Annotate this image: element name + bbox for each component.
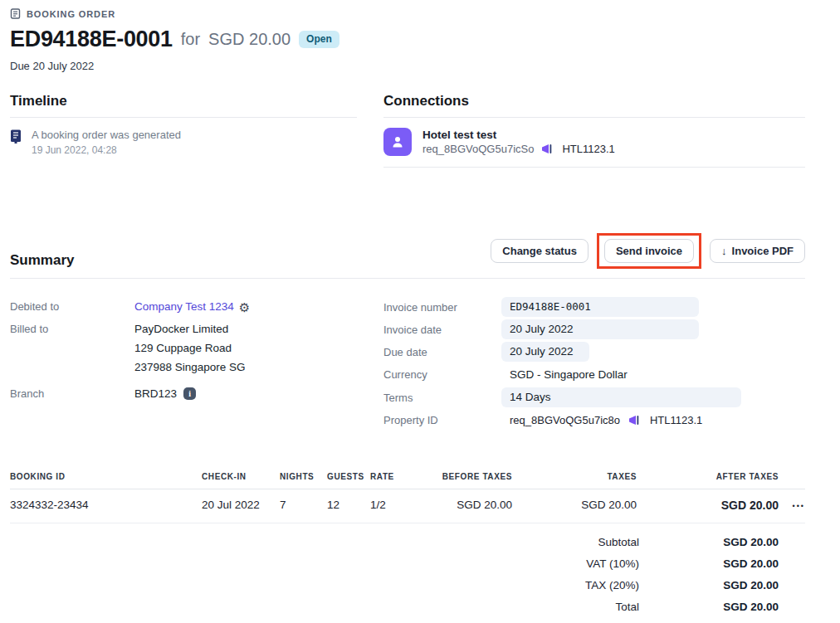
billed-to-label: Billed to	[10, 319, 134, 335]
send-invoice-button[interactable]: Send invoice	[604, 239, 694, 263]
due-date-field[interactable]: 20 July 2022	[501, 342, 589, 362]
total-row-vat: VAT (10%) SGD 20.00	[10, 552, 805, 574]
megaphone-icon[interactable]	[541, 144, 554, 154]
table-header-row: BOOKING ID CHECK-IN NIGHTS GUESTS RATE B…	[10, 472, 805, 489]
page-title: ED94188E-0001	[10, 27, 173, 52]
connections-heading: Connections	[383, 93, 805, 118]
total-row-total: Total SGD 20.00	[10, 596, 805, 617]
billed-line: PayDocker Limited	[134, 319, 246, 338]
invoice-number-field[interactable]: ED94188E-0001	[501, 297, 699, 317]
totals-block: Subtotal SGD 20.00 VAT (10%) SGD 20.00 T…	[10, 531, 805, 623]
download-arrow-icon: ↓	[721, 245, 727, 257]
info-icon[interactable]: i	[183, 387, 196, 400]
col-rate: RATE	[370, 472, 422, 489]
row-menu-button[interactable]: •••	[779, 489, 805, 523]
page: BOOKING ORDER ED94188E-0001 for SGD 20.0…	[10, 0, 805, 623]
cell-nights: 7	[280, 489, 327, 523]
cell-rate: 1/2	[370, 489, 422, 523]
total-label: Subtotal	[598, 536, 639, 548]
currency-label: Currency	[383, 368, 501, 381]
connections-section: Connections Hotel test test req_8BGVoQG5…	[383, 93, 805, 233]
megaphone-icon[interactable]	[628, 415, 642, 426]
summary-section: Summary Change status Send invoice ↓ Inv…	[10, 233, 805, 432]
line-items-table: BOOKING ID CHECK-IN NIGHTS GUESTS RATE B…	[10, 472, 805, 623]
due-date-label: Due date	[383, 346, 501, 358]
total-row-subtotal: Subtotal SGD 20.00	[10, 531, 805, 552]
summary-right-column: Invoice number ED94188E-0001 Invoice dat…	[383, 297, 805, 432]
cell-check-in: 20 Jul 2022	[202, 489, 280, 523]
timeline-event: A booking order was generated 19 Jun 202…	[10, 129, 357, 156]
gear-icon[interactable]: ⚙	[239, 297, 250, 314]
col-check-in: CHECK-IN	[202, 472, 280, 489]
terms-field[interactable]: 14 Days	[501, 387, 741, 407]
cell-booking-id: 3324332-23434	[10, 489, 202, 523]
total-row-tax: TAX (20%) SGD 20.00	[10, 574, 805, 596]
eyebrow-label: BOOKING ORDER	[27, 9, 115, 19]
col-taxes: TAXES	[512, 472, 637, 489]
property-id-value: req_8BGVoQG5u7ic8o	[510, 414, 620, 426]
timeline-event-text: A booking order was generated	[32, 129, 181, 141]
invoice-number-label: Invoice number	[383, 301, 501, 314]
billed-line: 237988 Singapore SG	[134, 358, 246, 377]
timeline-event-timestamp: 19 Jun 2022, 04:28	[32, 144, 181, 156]
col-actions	[779, 472, 805, 489]
invoice-date-label: Invoice date	[383, 324, 501, 336]
currency-value: SGD - Singapore Dollar	[501, 368, 628, 381]
connection-reference: req_8BGVoQG5u7icSo	[422, 143, 534, 155]
col-before-taxes: BEFORE TAXES	[422, 472, 512, 489]
property-id-label: Property ID	[383, 414, 501, 426]
total-row-amount-paid: Amount paid SGD 20.00	[10, 617, 805, 623]
cell-guests: 12	[327, 489, 370, 523]
total-label: TAX (20%)	[585, 579, 639, 591]
col-nights: NIGHTS	[280, 472, 327, 489]
summary-heading: Summary	[10, 252, 74, 269]
table-row: 3324332-23434 20 Jul 2022 7 12 1/2 SGD 2…	[10, 489, 805, 523]
debited-company-link[interactable]: Company Test 1234	[134, 297, 234, 313]
timeline-heading: Timeline	[10, 93, 357, 118]
billed-address: PayDocker Limited 129 Cuppage Road 23798…	[134, 319, 246, 377]
connection-property-code: HTL1123.1	[562, 143, 614, 155]
invoice-pdf-button[interactable]: ↓ Invoice PDF	[710, 239, 805, 263]
col-booking-id: BOOKING ID	[10, 472, 202, 489]
branch-label: Branch	[10, 384, 134, 400]
total-value: SGD 20.00	[639, 579, 779, 591]
cell-taxes: SGD 20.00	[512, 489, 637, 523]
booking-order-icon	[10, 8, 21, 19]
connection-name: Hotel test test	[422, 129, 615, 141]
cell-before-taxes: SGD 20.00	[422, 489, 512, 523]
col-after-taxes: AFTER TAXES	[637, 472, 779, 489]
title-for-text: for	[181, 30, 200, 49]
cell-after-taxes: SGD 20.00	[637, 489, 779, 523]
total-label: Total	[615, 601, 639, 613]
connection-item[interactable]: Hotel test test req_8BGVoQG5u7icSo HTL11…	[383, 118, 805, 168]
branch-value: BRD123	[134, 387, 177, 400]
total-label: VAT (10%)	[586, 557, 639, 570]
debited-to-label: Debited to	[10, 297, 134, 313]
person-avatar-icon	[383, 128, 412, 156]
page-header: BOOKING ORDER ED94188E-0001 for SGD 20.0…	[10, 8, 805, 72]
total-value: SGD 20.00	[639, 536, 779, 548]
property-code: HTL1123.1	[650, 414, 702, 426]
invoice-date-field[interactable]: 20 July 2022	[501, 319, 699, 339]
change-status-button[interactable]: Change status	[491, 239, 588, 263]
invoice-pdf-label: Invoice PDF	[732, 245, 794, 257]
billed-line: 129 Cuppage Road	[134, 338, 246, 358]
timeline-section: Timeline A booking order was generated 1…	[10, 93, 357, 233]
summary-left-column: Debited to Company Test 1234 ⚙ Billed to…	[10, 297, 383, 432]
col-guests: GUESTS	[327, 472, 370, 489]
total-value: SGD 20.00	[639, 601, 779, 613]
terms-label: Terms	[383, 392, 501, 404]
booking-generated-icon	[10, 129, 22, 156]
status-badge: Open	[299, 31, 339, 47]
title-amount: SGD 20.00	[208, 30, 291, 49]
send-invoice-highlight: Send invoice	[597, 233, 701, 269]
total-value: SGD 20.00	[639, 557, 779, 570]
due-date-line: Due 20 July 2022	[10, 60, 805, 72]
